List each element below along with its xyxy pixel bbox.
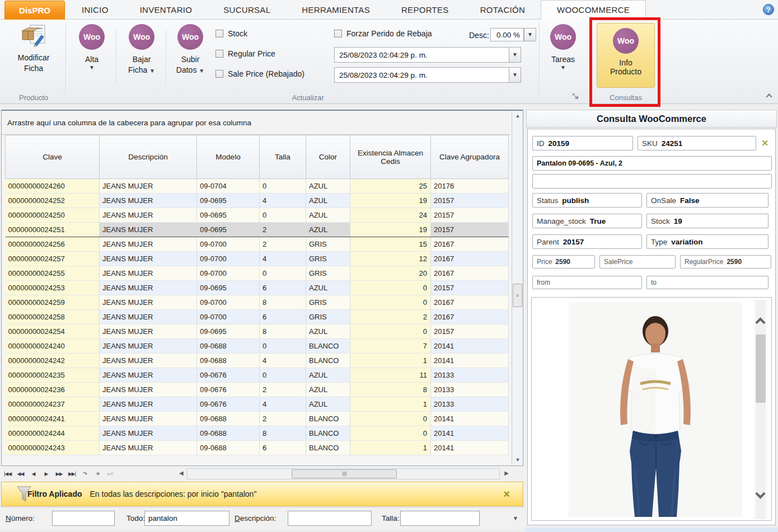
grid-cell[interactable]: 20133 — [431, 383, 509, 397]
grid-cell[interactable]: 20167 — [431, 252, 509, 266]
table-row[interactable]: 00000000024255JEANS MUJER09-07000GRIS202… — [6, 266, 509, 281]
table-row-selected[interactable]: 00000000024251JEANS MUJER09-06952AZUL192… — [6, 223, 509, 237]
grid-cell[interactable]: 20167 — [431, 295, 509, 310]
grid-cell[interactable]: 6 — [260, 281, 306, 295]
grid-cell[interactable]: 09-0700 — [197, 237, 260, 252]
grid-cell[interactable]: 0 — [260, 339, 306, 354]
stock-field[interactable]: Stock19 — [646, 214, 768, 228]
grid-cell[interactable]: 20157 — [431, 324, 509, 339]
grid-cell[interactable]: 0 — [350, 426, 431, 441]
grid-cell[interactable]: 09-0700 — [197, 266, 260, 281]
grid-cell[interactable]: 09-0695 — [197, 324, 260, 339]
help-icon[interactable]: ? — [763, 4, 774, 15]
grid-cell[interactable]: 20157 — [431, 223, 509, 237]
table-row[interactable]: 00000000024242JEANS MUJER09-06884BLANCO1… — [6, 354, 509, 368]
grid-cell[interactable]: 00000000024250 — [6, 208, 100, 223]
grid-cell[interactable]: JEANS MUJER — [100, 208, 197, 223]
calendar-dropdown-icon[interactable]: ▼ — [509, 68, 521, 82]
column-header-existencia-almacen-cedis[interactable]: Existencia Almacen Cedis — [350, 135, 431, 179]
grid-cell[interactable]: 11 — [350, 368, 431, 383]
grid-cell[interactable]: JEANS MUJER — [100, 324, 197, 339]
table-row[interactable]: 00000000024256JEANS MUJER09-07002GRIS152… — [6, 237, 509, 252]
grid-cell[interactable]: 4 — [260, 252, 306, 266]
type-field[interactable]: Typevariation — [646, 234, 768, 249]
grid-cell[interactable]: 0 — [260, 179, 306, 194]
dropdown-caret-icon[interactable]: ▼ — [513, 515, 518, 521]
grid-cell[interactable]: 09-0676 — [197, 368, 260, 383]
table-row[interactable]: 00000000024240JEANS MUJER09-06880BLANCO7… — [6, 339, 509, 354]
grid-cell[interactable]: JEANS MUJER — [100, 426, 197, 441]
grid-cell[interactable]: 00000000024236 — [6, 383, 100, 397]
grid-cell[interactable]: JEANS MUJER — [100, 266, 197, 281]
parent-field[interactable]: Parent20157 — [532, 234, 642, 249]
table-row[interactable]: 00000000024241JEANS MUJER09-06882BLANCO0… — [6, 412, 509, 426]
grid-cell[interactable]: 20141 — [431, 441, 509, 455]
column-header-clave-agrupadora[interactable]: Clave Agrupadora — [431, 135, 509, 179]
regular-price-date-input[interactable]: 25/08/2023 02:04:29 p. m. ▼ — [334, 47, 521, 63]
remove-filter-icon[interactable]: ✕ — [503, 489, 510, 500]
tab-inicio[interactable]: INICIO — [66, 0, 124, 20]
scroll-left-icon[interactable]: ◀ — [179, 470, 184, 476]
table-row[interactable]: 00000000024258JEANS MUJER09-07006GRIS220… — [6, 310, 509, 324]
grid-cell[interactable]: 7 — [350, 339, 431, 354]
talla-input[interactable] — [400, 511, 480, 526]
grid-cell[interactable]: JEANS MUJER — [100, 441, 197, 455]
tab-herramientas[interactable]: HERRAMIENTAS — [286, 0, 386, 20]
grid-cell[interactable]: 20176 — [431, 179, 509, 194]
product-name-field[interactable]: Pantalon 09-0695 - Azul, 2 — [532, 156, 772, 171]
grid-cell[interactable]: 8 — [260, 426, 306, 441]
todo-input[interactable]: pantalon — [144, 511, 229, 526]
grid-cell[interactable]: 00000000024243 — [6, 441, 100, 455]
grid-cell[interactable]: 09-0700 — [197, 252, 260, 266]
record-new-icon[interactable]: ✳ — [91, 471, 104, 477]
grid-cell[interactable]: 00000000024260 — [6, 179, 100, 194]
grid-cell[interactable]: 00000000024257 — [6, 252, 100, 266]
grid-cell[interactable]: JEANS MUJER — [100, 223, 197, 237]
grid-cell[interactable]: 2 — [260, 223, 306, 237]
scroll-thumb[interactable] — [292, 469, 397, 478]
grid-cell[interactable]: 20167 — [431, 237, 509, 252]
grid-cell[interactable]: 20157 — [431, 281, 509, 295]
table-row[interactable]: 00000000024253JEANS MUJER09-06956AZUL020… — [6, 281, 509, 295]
grid-cell[interactable]: 09-0688 — [197, 354, 260, 368]
manage-stock-field[interactable]: Manage_stockTrue — [532, 214, 642, 228]
grid-cell[interactable]: 00000000024244 — [6, 426, 100, 441]
tab-sucursal[interactable]: SUCURSAL — [208, 0, 286, 20]
grid-cell[interactable]: 20 — [350, 266, 431, 281]
tab-woocommerce[interactable]: WOOCOMMERCE — [541, 0, 646, 20]
grid-cell[interactable]: 0 — [350, 295, 431, 310]
grid-cell[interactable]: 20141 — [431, 339, 509, 354]
grid-cell[interactable]: AZUL — [306, 368, 350, 383]
sale-price-date-input[interactable]: 25/08/2023 02:04:29 p. m. ▼ — [334, 67, 521, 83]
grid-horizontal-scrollbar[interactable]: ◀ ▶ — [177, 468, 510, 479]
grid-cell[interactable]: 09-0676 — [197, 383, 260, 397]
saleprice-field[interactable]: SalePrice — [599, 255, 676, 269]
grid-cell[interactable]: JEANS MUJER — [100, 295, 197, 310]
record-next-page-icon[interactable]: ▶▶ — [53, 471, 65, 477]
record-next-icon[interactable]: ▶ — [40, 471, 53, 477]
grid-cell[interactable]: 20133 — [431, 368, 509, 383]
grid-cell[interactable]: BLANCO — [306, 354, 350, 368]
grid-cell[interactable]: GRIS — [306, 310, 350, 324]
tareas-button[interactable]: Woo Tareas ▼ — [543, 24, 583, 70]
grid-cell[interactable]: JEANS MUJER — [100, 383, 197, 397]
grid-cell[interactable]: 20167 — [431, 310, 509, 324]
column-header-descripci-n[interactable]: Descripción — [100, 135, 197, 179]
grid-cell[interactable]: 2 — [260, 383, 306, 397]
grid-cell[interactable]: AZUL — [306, 194, 350, 208]
table-row[interactable]: 00000000024260JEANS MUJER09-07040AZUL252… — [6, 179, 509, 194]
scroll-down-icon[interactable]: ▼ — [512, 455, 523, 465]
grid-cell[interactable]: 09-0688 — [197, 412, 260, 426]
subir-datos-button[interactable]: Woo Subir Datos ▼ — [168, 24, 212, 76]
grid-cell[interactable]: 00000000024240 — [6, 339, 100, 354]
grid-cell[interactable]: 09-0688 — [197, 339, 260, 354]
grid-cell[interactable]: BLANCO — [306, 426, 350, 441]
record-refresh-icon[interactable]: ↷ — [78, 471, 91, 477]
grid-cell[interactable]: JEANS MUJER — [100, 179, 197, 194]
grid-cell[interactable]: JEANS MUJER — [100, 354, 197, 368]
grid-cell[interactable]: 09-0704 — [197, 179, 260, 194]
grid-vertical-scrollbar[interactable]: ▲ ≡ ▼ — [512, 111, 523, 465]
dialog-launcher-icon[interactable] — [573, 92, 580, 100]
grid-cell[interactable]: JEANS MUJER — [100, 412, 197, 426]
grid-cell[interactable]: GRIS — [306, 295, 350, 310]
